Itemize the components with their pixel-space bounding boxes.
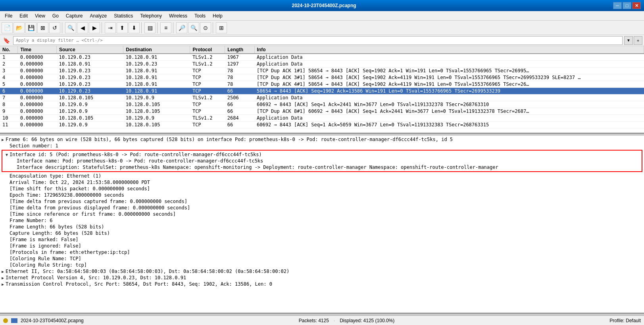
toolbar-close-btn[interactable]: ⊠ — [37, 22, 48, 33]
detail-line-item: [Frame is marked: False] — [0, 236, 644, 243]
filter-bookmark-icon[interactable]: 🔖 — [2, 37, 12, 44]
menu-analyze[interactable]: Analyze — [87, 12, 110, 19]
col-destination[interactable]: Destination — [123, 46, 190, 54]
filter-input[interactable] — [13, 36, 623, 45]
table-cell: 78 — [225, 68, 254, 74]
frame-header[interactable]: ▶ Frame 6: 66 bytes on wire (528 bits), … — [0, 136, 644, 143]
table-cell: TCP — [190, 81, 225, 88]
toolbar-zoom-reset-btn[interactable]: ⊙ — [200, 22, 211, 33]
interface-header[interactable]: ▼ Interface id: 5 (Pod: prometheus-k8s-0… — [4, 151, 640, 158]
col-protocol[interactable]: Protocol — [190, 46, 225, 54]
table-cell: 0.000000 — [18, 122, 57, 128]
detail-pane[interactable]: ▶ Frame 6: 66 bytes on wire (528 bits), … — [0, 135, 644, 313]
table-cell: [TCP Dup ACK 4#1] 58654 → 8443 [ACK] Seq… — [254, 81, 644, 88]
table-cell: 66 — [225, 101, 254, 108]
toolbar-sep5 — [173, 22, 175, 33]
frame-arrow: ▶ — [2, 137, 4, 142]
table-cell: 10.128.0.91 — [57, 61, 123, 68]
col-time[interactable]: Time — [18, 46, 57, 54]
menu-view[interactable]: View — [32, 12, 48, 19]
table-cell: TLSv1.2 — [190, 95, 225, 101]
table-row[interactable]: 80.00000010.129.0.910.128.0.105TCP666069… — [0, 101, 644, 108]
detail-line-item: Capture Length: 66 bytes (528 bits) — [0, 230, 644, 236]
table-row[interactable]: 90.00000010.129.0.910.128.0.105TCP66[TCP… — [0, 108, 644, 115]
table-cell: 10.129.0.23 — [57, 54, 123, 61]
toolbar-autoscroll-btn[interactable]: ▤ — [144, 22, 156, 33]
toolbar-new-btn[interactable]: 📄 — [2, 22, 13, 33]
table-cell: [TCP Dup ACK 8#1] 60692 → 8443 [ACK] Seq… — [254, 108, 644, 115]
ip-header[interactable]: ▶ Internet Protocol Version 4, Src: 10.1… — [0, 275, 644, 281]
table-row[interactable]: 60.00000010.129.0.2310.128.0.91TCP665865… — [0, 88, 644, 95]
table-cell: 10.128.0.105 — [57, 95, 123, 101]
ethernet-header[interactable]: ▶ Ethernet II, Src: 0a:58:64:58:00:03 (0… — [0, 268, 644, 275]
table-cell: TLSv1.2 — [190, 54, 225, 61]
status-dot-blue — [11, 318, 17, 323]
toolbar: 📄 📂 💾 ⊠ ↺ 🔍 ◀ ▶ ⇥ ⬆ ⬇ ▤ ≡ 🔎 🔍 ⊙ ⊞ — [0, 21, 644, 35]
packet-list[interactable]: No. Time Source Destination Protocol Len… — [0, 46, 644, 133]
table-cell: 10.129.0.23 — [57, 88, 123, 95]
menu-file[interactable]: File — [2, 12, 15, 19]
menu-tools[interactable]: Tools — [191, 12, 209, 19]
filterbar: 🔖 ▼ + — [0, 35, 644, 46]
interface-desc-line: Interface description: StatefulSet: prom… — [4, 164, 640, 170]
table-row[interactable]: 50.00000010.129.0.2310.128.0.91TCP78[TCP… — [0, 81, 644, 88]
table-row[interactable]: 70.00000010.128.0.10510.129.0.9TLSv1.225… — [0, 95, 644, 101]
toolbar-first-btn[interactable]: ⬆ — [117, 22, 128, 33]
col-info[interactable]: Info — [254, 46, 644, 54]
tcp-header[interactable]: ▶ Transmission Control Protocol, Src Por… — [0, 281, 644, 287]
toolbar-last-btn[interactable]: ⬇ — [129, 22, 140, 33]
table-cell: TLSv1.2 — [190, 115, 225, 122]
filter-add-btn[interactable]: + — [634, 36, 642, 45]
table-row[interactable]: 30.00000010.129.0.2310.128.0.91TCP78[TCP… — [0, 68, 644, 74]
toolbar-back-btn[interactable]: ◀ — [77, 22, 88, 33]
status-sep1: · — [334, 318, 335, 323]
ethernet-arrow: ▶ — [2, 269, 4, 274]
detail-line-item: Epoch Time: 1729659238.000000000 seconds — [0, 192, 644, 198]
toolbar-goto-btn[interactable]: ⇥ — [105, 22, 116, 33]
interface-name-line: Interface name: Pod: prometheus-k8s-0 ->… — [4, 158, 640, 164]
toolbar-save-btn[interactable]: 💾 — [25, 22, 37, 33]
table-cell: TCP — [190, 68, 225, 74]
col-no[interactable]: No. — [0, 46, 18, 54]
col-length[interactable]: Length — [225, 46, 254, 54]
ip-arrow: ▶ — [2, 276, 4, 280]
toolbar-zoom-out-btn[interactable]: 🔍 — [188, 22, 199, 33]
table-cell: TCP — [190, 88, 225, 95]
toolbar-sep6 — [213, 22, 214, 33]
toolbar-find-btn[interactable]: 🔍 — [65, 22, 76, 33]
toolbar-zoom-in-btn[interactable]: 🔎 — [176, 22, 187, 33]
close-button[interactable]: ✕ — [632, 2, 641, 9]
menu-telephony[interactable]: Telephony — [137, 12, 165, 19]
table-cell: 10.129.0.9 — [57, 108, 123, 115]
packet-table: No. Time Source Destination Protocol Len… — [0, 46, 644, 128]
table-cell: 10.129.0.23 — [57, 74, 123, 81]
table-cell: [TCP Dup ACK 3#1] 58654 → 8443 [ACK] Seq… — [254, 74, 644, 81]
toolbar-coloring-btn[interactable]: ≡ — [160, 22, 171, 33]
toolbar-open-btn[interactable]: 📂 — [13, 22, 25, 33]
minimize-button[interactable]: ─ — [613, 2, 622, 9]
menu-go[interactable]: Go — [49, 12, 62, 19]
filter-dropdown-btn[interactable]: ▼ — [624, 36, 633, 45]
maximize-button[interactable]: □ — [623, 2, 631, 9]
titlebar-controls: ─ □ ✕ — [613, 2, 641, 9]
table-row[interactable]: 20.00000010.128.0.9110.129.0.23TLSv1.212… — [0, 61, 644, 68]
menu-statistics[interactable]: Statistics — [111, 12, 136, 19]
table-cell: TCP — [190, 108, 225, 115]
toolbar-forward-btn[interactable]: ▶ — [89, 22, 100, 33]
detail-line-item: [Time delta from previous captured frame… — [0, 198, 644, 205]
toolbar-reload-btn[interactable]: ↺ — [49, 22, 60, 33]
table-cell: TCP — [190, 101, 225, 108]
menu-edit[interactable]: Edit — [16, 12, 31, 19]
menu-help[interactable]: Help — [210, 12, 226, 19]
table-row[interactable]: 110.00000010.129.0.910.128.0.105TCP66606… — [0, 122, 644, 128]
col-source[interactable]: Source — [57, 46, 123, 54]
detail-line-item: Frame Length: 66 bytes (528 bits) — [0, 224, 644, 230]
table-cell: 0.000000 — [18, 54, 57, 61]
toolbar-resize-btn[interactable]: ⊞ — [216, 22, 227, 33]
menu-wireless[interactable]: Wireless — [166, 12, 190, 19]
menu-capture[interactable]: Capture — [63, 12, 86, 19]
table-row[interactable]: 40.00000010.129.0.2310.128.0.91TCP78[TCP… — [0, 74, 644, 81]
toolbar-sep3 — [141, 22, 143, 33]
table-row[interactable]: 100.00000010.128.0.10510.129.0.9TLSv1.22… — [0, 115, 644, 122]
table-row[interactable]: 10.00000010.129.0.2310.128.0.91TLSv1.219… — [0, 54, 644, 61]
